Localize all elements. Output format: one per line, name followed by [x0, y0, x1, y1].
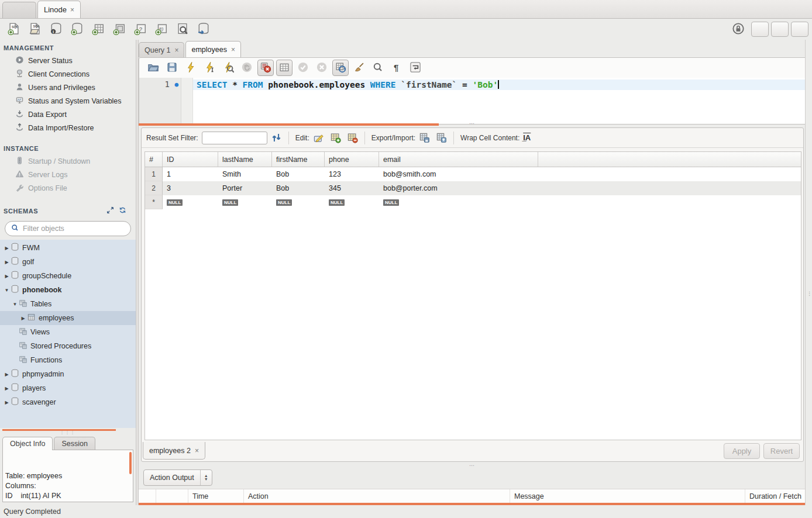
table-row[interactable]: 11SmithBob123bob@smith.com [145, 167, 801, 181]
save-script-button[interactable] [164, 60, 180, 76]
twisty-icon[interactable]: ▶ [4, 400, 10, 405]
right-panel-collapsed[interactable]: ⋯ [805, 40, 812, 505]
delete-row-button[interactable] [347, 132, 358, 143]
expand-schemas-button[interactable] [106, 206, 114, 215]
limit-rows-button[interactable] [276, 60, 293, 76]
output-column-icon[interactable] [156, 489, 188, 503]
import-records-button[interactable] [436, 132, 447, 143]
tree-item-employees[interactable]: ▶employees [0, 311, 136, 325]
twisty-icon[interactable]: ▶ [4, 386, 10, 391]
new-function-button[interactable]: f() [153, 21, 170, 37]
refresh-icon[interactable] [271, 132, 282, 143]
sidebar-item-data-export[interactable]: Data Export [0, 108, 136, 121]
lock-status-button[interactable] [730, 21, 747, 37]
connection-tab-linode[interactable]: Linode × [37, 1, 81, 18]
wrap-text-button[interactable] [407, 60, 424, 76]
column-header-email[interactable]: email [379, 152, 538, 167]
new-view-button[interactable] [111, 21, 128, 37]
result-grid[interactable]: #IDlastNamefirstNamephoneemail 11SmithBo… [144, 151, 801, 440]
refresh-schemas-button[interactable] [119, 206, 126, 215]
object-info-scrollbar[interactable] [129, 452, 132, 474]
output-column-time[interactable]: Time [188, 489, 244, 503]
toggle-right-sidebar-button[interactable] [791, 22, 808, 37]
open-script-button[interactable] [145, 60, 161, 76]
twisty-icon[interactable]: ▼ [12, 302, 18, 307]
close-icon[interactable]: × [231, 46, 235, 53]
sidebar-item-startup-shutdown[interactable]: Startup / Shutdown [0, 154, 136, 168]
twisty-icon[interactable]: ▶ [4, 372, 10, 377]
find-panel-button[interactable] [370, 60, 386, 76]
table-cell[interactable]: 345 [325, 181, 379, 195]
new-procedure-button[interactable]: ? [132, 21, 149, 37]
commit-button[interactable] [295, 60, 311, 76]
twisty-icon[interactable]: ▶ [4, 246, 10, 251]
tab-session[interactable]: Session [54, 437, 95, 450]
insert-row-button[interactable] [330, 132, 341, 143]
column-header-ID[interactable]: ID [163, 152, 218, 167]
column-header-#[interactable]: # [145, 152, 163, 167]
edit-current-row-button[interactable] [313, 132, 324, 143]
tree-item-scavenger[interactable]: ▶scavenger [0, 395, 136, 409]
table-cell[interactable]: Bob [272, 167, 325, 181]
stop-query-button[interactable] [239, 60, 255, 76]
query-tab-employees[interactable]: employees× [185, 41, 240, 57]
export-recordset-button[interactable] [419, 132, 430, 143]
sidebar-item-users-and-privileges[interactable]: Users and Privileges [0, 81, 136, 94]
execute-statement-button[interactable] [183, 60, 199, 76]
close-icon[interactable]: × [174, 47, 178, 54]
table-cell[interactable]: bob@porter.com [379, 181, 538, 195]
sidebar-item-server-status[interactable]: Server Status [0, 54, 136, 67]
table-row[interactable]: *NULLNULLNULLNULLNULL [145, 195, 801, 209]
splitter-grip[interactable]: ⋮⋮⋮ [0, 431, 136, 435]
table-cell[interactable]: Smith [218, 167, 272, 181]
schema-filter-input[interactable] [23, 225, 125, 233]
sidebar-item-client-connections[interactable]: Client Connections [0, 67, 136, 81]
tree-item-players[interactable]: ▶players [0, 381, 136, 395]
output-column-message[interactable]: Message [510, 489, 745, 503]
tree-item-fwm[interactable]: ▶FWM [0, 241, 136, 255]
wrap-cell-icon[interactable]: I̲A [523, 133, 531, 142]
spinner-arrows-icon[interactable]: ▲▼ [200, 470, 212, 485]
search-table-data-button[interactable] [174, 21, 191, 37]
table-cell[interactable]: NULL [325, 195, 379, 209]
editor-splitter-accent[interactable] [139, 123, 439, 126]
twisty-icon[interactable]: ▼ [4, 288, 10, 293]
editor-splitter-grip[interactable]: ⋯ [469, 120, 475, 126]
sql-code[interactable]: SELECT * FROM phonebook.employees WHERE … [193, 78, 808, 123]
table-cell[interactable]: 1 [163, 167, 218, 181]
rollback-button[interactable] [314, 60, 330, 76]
twisty-icon[interactable]: ▶ [4, 260, 10, 265]
twisty-icon[interactable]: ▶ [4, 274, 10, 279]
output-column-action[interactable]: Action [244, 489, 510, 503]
beautify-script-button[interactable] [351, 60, 367, 76]
schema-filter[interactable] [5, 221, 131, 236]
toggle-autocommit-button[interactable] [332, 60, 349, 76]
table-cell[interactable]: bob@smith.com [379, 167, 538, 181]
apply-button[interactable]: Apply [724, 443, 760, 459]
table-cell[interactable]: NULL [379, 195, 538, 209]
toggle-left-sidebar-button[interactable] [751, 22, 769, 37]
home-tab[interactable] [2, 2, 36, 18]
table-cell[interactable]: Porter [218, 181, 272, 195]
tree-item-phonebook[interactable]: ▼phonebook [0, 283, 136, 297]
new-schema-button[interactable] [68, 21, 86, 37]
sidebar-item-server-logs[interactable]: Server Logs [0, 168, 136, 181]
table-cell[interactable]: 123 [325, 167, 379, 181]
new-table-button[interactable] [90, 21, 107, 37]
tree-item-groupschedule[interactable]: ▶groupSchedule [0, 269, 136, 283]
execute-current-button[interactable] [201, 60, 218, 76]
reconnect-dbms-button[interactable] [195, 21, 212, 37]
new-sql-tab-button[interactable]: SQL [5, 21, 23, 37]
sidebar-item-options-file[interactable]: Options File [0, 181, 136, 195]
output-column-duration-fetch[interactable]: Duration / Fetch [745, 489, 812, 503]
result-subtab-employees-2[interactable]: employees 2 × [143, 442, 205, 460]
result-filter-input[interactable] [202, 132, 267, 144]
column-header-firstName[interactable]: firstName [272, 152, 325, 167]
tree-item-stored-procedures[interactable]: Stored Procedures [0, 339, 136, 353]
column-header-lastName[interactable]: lastName [218, 152, 272, 167]
close-icon[interactable]: × [70, 6, 74, 13]
table-cell[interactable]: NULL [218, 195, 272, 209]
table-cell[interactable]: Bob [272, 181, 325, 195]
invisible-characters-button[interactable]: ¶ [388, 60, 405, 76]
revert-button[interactable]: Revert [763, 443, 800, 459]
